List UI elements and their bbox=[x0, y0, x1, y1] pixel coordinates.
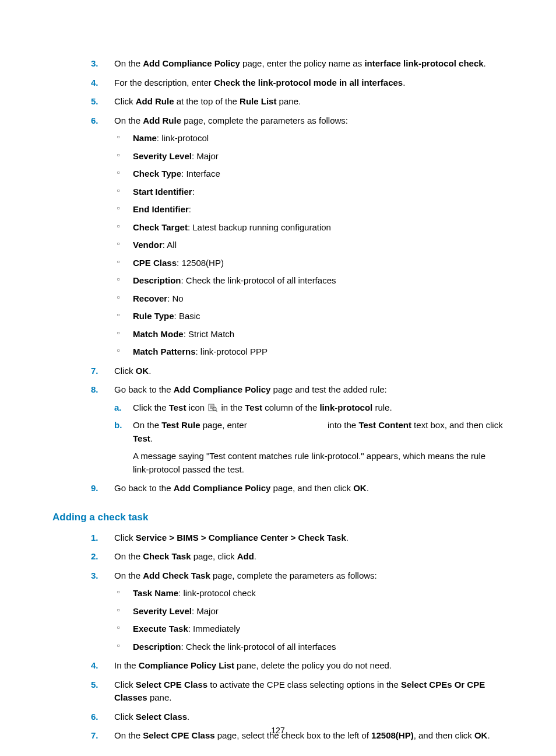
body-text: page, complete the parameters as follows… bbox=[210, 570, 377, 580]
body-text: page, click bbox=[191, 551, 237, 561]
body-text: page, and then click bbox=[270, 483, 353, 493]
bold-text: Check the link-protocol mode in all inte… bbox=[214, 78, 403, 88]
bold-text: Test Rule bbox=[161, 420, 200, 430]
body-text: : Immediately bbox=[188, 624, 240, 634]
body-text: in the bbox=[219, 402, 245, 412]
step-item: 1.Click Service > BIMS > Compliance Cent… bbox=[91, 531, 504, 545]
body-text: . bbox=[187, 712, 189, 722]
body-text: at the top of the bbox=[174, 96, 240, 106]
bullet-item: Recover: No bbox=[114, 292, 504, 306]
body-text: : link-protocol PPP bbox=[196, 346, 268, 356]
bold-text: Add bbox=[237, 551, 254, 561]
bold-text: Add Rule bbox=[136, 96, 174, 106]
step-body: Click Select Class. bbox=[114, 712, 189, 722]
bullet-item: Execute Task: Immediately bbox=[114, 622, 504, 636]
bold-text: Check Type bbox=[133, 169, 181, 178]
step-number: 4. bbox=[91, 659, 98, 673]
bold-text: Check Task bbox=[143, 551, 191, 561]
step-item: 6.On the Add Rule page, complete the par… bbox=[91, 114, 504, 359]
step-item: 7.Click OK. bbox=[91, 365, 504, 378]
body-text: : Check the link-protocol of all interfa… bbox=[181, 642, 336, 652]
body-text: : bbox=[192, 187, 195, 197]
alpha-list: a.Click the Test icon in the Test column… bbox=[114, 401, 504, 477]
document-page: 3.On the Add Compliance Policy page, ent… bbox=[0, 0, 556, 756]
body-text: into the bbox=[325, 420, 359, 430]
bold-text: Rule Type bbox=[133, 311, 174, 321]
bold-text: link-protocol bbox=[319, 402, 372, 412]
step-item: 4.In the Compliance Policy List pane, de… bbox=[91, 659, 504, 673]
step-item: 8.Go back to the Add Compliance Policy p… bbox=[91, 383, 504, 476]
step-number: 3. bbox=[91, 569, 98, 583]
bold-text: Task Name bbox=[133, 588, 178, 598]
bullet-item: Name: link-protocol bbox=[114, 132, 504, 145]
step-list-1: 3.On the Add Compliance Policy page, ent… bbox=[91, 57, 504, 495]
alpha-body: On the Test Rule page, enter into the Te… bbox=[133, 420, 503, 443]
bold-text: Description bbox=[133, 642, 181, 652]
bold-text: End Identifier bbox=[133, 204, 189, 214]
step-body: On the Check Task page, click Add. bbox=[114, 551, 256, 561]
body-text: text box, and then click bbox=[411, 420, 503, 430]
body-text: Go back to the bbox=[114, 483, 174, 493]
bold-text: Execute Task bbox=[133, 624, 188, 634]
body-text: : link-protocol check bbox=[178, 588, 256, 598]
step-body: Click Service > BIMS > Compliance Center… bbox=[114, 533, 349, 542]
section-heading: Adding a check task bbox=[52, 512, 504, 523]
body-text: rule. bbox=[372, 402, 392, 412]
step-number: 1. bbox=[91, 531, 98, 545]
bold-text: Match Patterns bbox=[133, 346, 196, 356]
body-text: In the bbox=[114, 660, 139, 670]
body-text: : Basic bbox=[174, 311, 200, 321]
body-text: : Interface bbox=[181, 169, 220, 178]
bold-text: OK bbox=[353, 483, 367, 493]
step-number: 8. bbox=[91, 383, 98, 397]
bullet-item: Vendor: All bbox=[114, 239, 504, 252]
step-list-2: 1.Click Service > BIMS > Compliance Cent… bbox=[91, 531, 504, 743]
body-text: : Latest backup running configuration bbox=[188, 222, 331, 232]
bold-text: Add Check Task bbox=[143, 570, 210, 580]
body-text: page, enter the policy name as bbox=[240, 58, 364, 68]
bold-text: Select Class bbox=[136, 712, 187, 722]
bold-text: Service > BIMS > Compliance Center > Che… bbox=[136, 533, 346, 542]
bold-text: Add Compliance Policy bbox=[174, 384, 271, 394]
bullet-item: Task Name: link-protocol check bbox=[114, 587, 504, 600]
bullet-item: Severity Level: Major bbox=[114, 605, 504, 618]
body-text: : Check the link-protocol of all interfa… bbox=[181, 275, 336, 285]
body-text: Click the bbox=[133, 402, 169, 412]
body-text: icon bbox=[186, 402, 207, 412]
bold-text: Check Target bbox=[133, 222, 188, 232]
bold-text: Vendor bbox=[133, 240, 163, 250]
body-text: to activate the CPE class selecting opti… bbox=[207, 680, 401, 690]
bullet-item: Description: Check the link-protocol of … bbox=[114, 640, 504, 654]
bold-text: Test bbox=[169, 402, 186, 412]
bullet-item: Severity Level: Major bbox=[114, 150, 504, 163]
body-text: On the bbox=[114, 570, 143, 580]
step-body: Click Add Rule at the top of the Rule Li… bbox=[114, 96, 301, 106]
bullet-item: Description: Check the link-protocol of … bbox=[114, 274, 504, 288]
step-body: For the description, enter Check the lin… bbox=[114, 78, 405, 88]
bullet-item: Start Identifier: bbox=[114, 186, 504, 199]
bold-text: Test Content bbox=[358, 420, 411, 430]
bold-text: Add Compliance Policy bbox=[174, 483, 271, 493]
bold-text: Severity Level bbox=[133, 606, 192, 616]
body-text: . bbox=[150, 433, 153, 443]
step-item: 9.Go back to the Add Compliance Policy p… bbox=[91, 482, 504, 495]
step-item: 5.Click Add Rule at the top of the Rule … bbox=[91, 95, 504, 108]
body-text: : All bbox=[163, 240, 177, 250]
step-item: 2.On the Check Task page, click Add. bbox=[91, 550, 504, 564]
bold-text: Compliance Policy List bbox=[139, 660, 234, 670]
alpha-marker: a. bbox=[114, 401, 122, 415]
bold-text: Recover bbox=[133, 293, 167, 303]
step-item: 6.Click Select Class. bbox=[91, 710, 504, 724]
bold-text: Add Compliance Policy bbox=[143, 58, 240, 68]
step-body: On the Add Compliance Policy page, enter… bbox=[114, 58, 486, 68]
alpha-marker: b. bbox=[114, 419, 122, 432]
body-text: Go back to the bbox=[114, 384, 174, 394]
bullet-item: Check Target: Latest backup running conf… bbox=[114, 221, 504, 235]
body-text: : No bbox=[167, 293, 184, 303]
body-text: Click bbox=[114, 712, 136, 722]
body-text: . bbox=[149, 366, 151, 376]
bullet-item: Check Type: Interface bbox=[114, 167, 504, 181]
bold-text: interface link-protocol check bbox=[364, 58, 483, 68]
step-body: Go back to the Add Compliance Policy pag… bbox=[114, 384, 387, 394]
step-body: In the Compliance Policy List pane, dele… bbox=[114, 660, 392, 670]
